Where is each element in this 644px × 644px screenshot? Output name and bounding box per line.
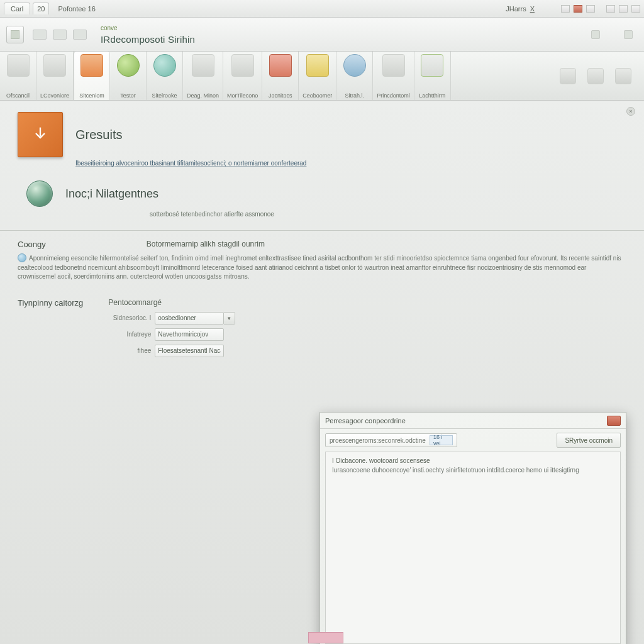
- home-icon: [11, 30, 19, 39]
- ribbon-item-8-label: Ceoboomer: [303, 93, 332, 99]
- content-area: × Gresuits Ibeseitieiroing alvoceniroo t…: [0, 101, 644, 644]
- ribbon-item-9[interactable]: Sitrah.l.: [336, 52, 373, 100]
- ribbon-item-7-icon: [269, 54, 292, 77]
- dialog-action-button[interactable]: SRyrtve occmoin: [557, 433, 621, 448]
- ribbon-item-9-label: Sitrah.l.: [345, 93, 365, 99]
- view-mode-icon-3[interactable]: [73, 30, 87, 40]
- dialog-title: Perresagoor conpeordrine: [325, 417, 406, 425]
- ribbon-item-10-icon: [382, 54, 405, 77]
- form-row-1: Infatreye: [108, 328, 235, 341]
- form-row-2-input[interactable]: [155, 345, 224, 357]
- page-title: IRdecomposoti Sirihin: [101, 34, 195, 45]
- ribbon-item-9-icon: [343, 54, 366, 77]
- ribbon-end-icon-1[interactable]: [560, 68, 576, 84]
- ribbon-item-2-label: Sitceniom: [79, 93, 104, 99]
- dialog-body-line2: Iurasoncoene duhooencoye' insti.oechty s…: [332, 467, 614, 474]
- ribbon-item-5[interactable]: Deag. Minon: [183, 52, 223, 100]
- divider: [0, 230, 644, 231]
- window-max-button[interactable]: [619, 5, 628, 13]
- form-row-1-label: Infatreye: [108, 331, 151, 338]
- dialog: Perresagoor conpeordrine proescengeroms:…: [319, 412, 626, 644]
- ribbon-end-icons: [547, 52, 644, 100]
- download-arrow-icon: [31, 125, 49, 145]
- form-row-0: Sidnesorioc. I▾: [108, 312, 235, 325]
- ribbon-item-4-icon: [153, 54, 176, 77]
- form-row-1-input[interactable]: [155, 328, 224, 341]
- form-row-0-label: Sidnesorioc. I: [108, 314, 151, 321]
- toolbar-util-icon-1[interactable]: [591, 30, 600, 39]
- ribbon-item-6-label: MorTilecono: [227, 93, 258, 99]
- ribbon-item-3-label: Testor: [120, 93, 136, 99]
- ribbon-item-0-icon: [7, 54, 30, 77]
- ribbon-item-2-icon: [80, 54, 103, 77]
- titlebar-doc-label: Pofontee 16: [58, 5, 95, 13]
- bottom-accent-strip: [308, 632, 343, 643]
- ribbon-item-0-label: Ofscancil: [6, 93, 30, 99]
- ribbon-item-7[interactable]: Jocnitocs: [262, 52, 299, 100]
- sub-hero-icon: [26, 180, 53, 207]
- breadcrumb-bar: conve IRdecomposoti Sirihin: [0, 18, 644, 52]
- titlebar-menu-key: X: [530, 5, 535, 13]
- hero-description-link[interactable]: Ibeseitieiroing alvoceniroo tbasinant ti…: [75, 160, 626, 167]
- overview-subheading: Botormemarnip alikh stagdil ounrim: [147, 240, 265, 248]
- settings-form: Pentocomnargé Sidnesorioc. I▾Infatreyefi…: [108, 298, 235, 361]
- ribbon-item-6-icon: [231, 54, 254, 77]
- ribbon-item-3[interactable]: Testor: [110, 52, 147, 100]
- dialog-path-field[interactable]: proescengeroms:seconrek.odctine 16 i vei: [325, 433, 457, 447]
- ribbon-item-7-label: Jocnitocs: [269, 93, 292, 99]
- ribbon-item-8[interactable]: Ceoboomer: [299, 52, 336, 100]
- overview-heading: Coongy: [18, 240, 46, 250]
- form-row-0-input[interactable]: [155, 312, 224, 325]
- ribbon-item-2[interactable]: Sitceniom: [74, 52, 110, 100]
- view-mode-icon-1[interactable]: [33, 30, 47, 40]
- ribbon-item-1-label: LCovoniore: [40, 93, 69, 99]
- ribbon-item-0[interactable]: Ofscancil: [0, 52, 36, 100]
- ribbon: OfscancilLCovonioreSitceniomTestorSitelr…: [0, 52, 644, 101]
- titlebar-menu-label[interactable]: JHarrs: [506, 5, 526, 13]
- window-close-button[interactable]: [631, 5, 640, 13]
- ribbon-item-1-icon: [43, 54, 66, 77]
- ribbon-item-3-icon: [117, 54, 140, 77]
- ribbon-item-6[interactable]: MorTilecono: [223, 52, 262, 100]
- ribbon-item-11[interactable]: Lachtthirm: [414, 52, 451, 100]
- dialog-body-line1: I Oicbacone. wootcoard socensese: [332, 457, 614, 464]
- ribbon-item-4-label: Sitelrooke: [152, 93, 177, 99]
- window-help-button[interactable]: [586, 5, 595, 13]
- window-accent-button[interactable]: [574, 5, 582, 13]
- sub-hero-description: sotterbosé tetenbedinchor atierfte assmo…: [150, 211, 626, 218]
- ribbon-item-1[interactable]: LCovoniore: [36, 52, 74, 100]
- ribbon-item-10-label: Princdontoml: [377, 93, 410, 99]
- sub-hero-title: Inoc;i Nilatgentnes: [65, 187, 158, 201]
- dialog-titlebar: Perresagoor conpeordrine: [320, 413, 626, 429]
- dialog-body: I Oicbacone. wootcoard socensese Iurason…: [325, 452, 621, 644]
- panel-close-icon[interactable]: ×: [626, 107, 635, 116]
- window-min2-button[interactable]: [606, 5, 615, 13]
- hero-tile: [18, 112, 63, 157]
- info-icon: [18, 253, 26, 262]
- home-button[interactable]: [6, 26, 24, 43]
- dialog-close-button[interactable]: [607, 416, 621, 426]
- ribbon-item-10[interactable]: Princdontoml: [373, 52, 414, 100]
- window-minimize-button[interactable]: [561, 5, 570, 13]
- dialog-path-value: proescengeroms:seconrek.odctine: [330, 437, 426, 444]
- hero-title: Gresuits: [75, 128, 122, 142]
- settings-heading: Tiynpinny caitorzg: [18, 298, 83, 361]
- titlebar-tab-primary[interactable]: Carl: [4, 3, 30, 14]
- overview-body: Aponnimeieng eesoncite hifermontelisé se…: [18, 253, 621, 282]
- ribbon-item-5-label: Deag. Minon: [187, 93, 219, 99]
- form-heading: Pentocomnargé: [108, 298, 235, 307]
- ribbon-item-8-icon: [306, 54, 329, 77]
- ribbon-item-11-icon: [421, 54, 443, 77]
- toolbar-util-icon-2[interactable]: [624, 30, 633, 39]
- view-mode-icon-2[interactable]: [53, 30, 67, 40]
- form-row-2-label: fihee: [108, 347, 151, 354]
- breadcrumb-small: conve: [101, 25, 195, 31]
- ribbon-end-icon-3[interactable]: [615, 68, 631, 84]
- ribbon-end-icon-2[interactable]: [587, 68, 604, 84]
- window-titlebar: Carl 20 Pofontee 16 JHarrs X: [0, 0, 644, 18]
- form-row-2: fihee: [108, 345, 235, 357]
- ribbon-item-4[interactable]: Sitelrooke: [147, 52, 183, 100]
- ribbon-item-5-icon: [192, 54, 214, 77]
- form-row-0-dropdown[interactable]: ▾: [224, 312, 235, 325]
- titlebar-tab-secondary[interactable]: 20: [33, 3, 49, 14]
